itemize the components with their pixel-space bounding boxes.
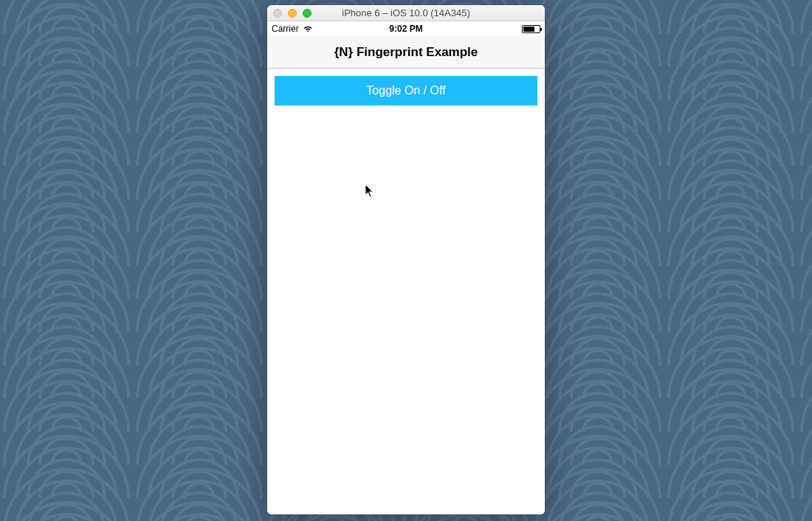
battery-icon xyxy=(522,25,540,33)
status-bar-left: Carrier xyxy=(272,24,313,34)
carrier-label: Carrier xyxy=(272,24,299,34)
device-screen: Carrier 9:02 PM {N} Fingerprint Example xyxy=(267,21,545,514)
content-area: Toggle On / Off xyxy=(267,69,545,514)
wifi-icon xyxy=(303,25,313,32)
battery-fill xyxy=(523,27,534,32)
navigation-bar: {N} Fingerprint Example xyxy=(267,36,545,69)
page-title: {N} Fingerprint Example xyxy=(334,45,478,60)
toggle-button[interactable]: Toggle On / Off xyxy=(275,76,537,106)
simulator-window: iPhone 6 – iOS 10.0 (14A345) Carrier 9:0… xyxy=(267,5,545,514)
window-titlebar[interactable]: iPhone 6 – iOS 10.0 (14A345) xyxy=(267,5,545,21)
traffic-lights xyxy=(267,9,312,18)
status-bar-right xyxy=(522,25,540,33)
window-zoom-button[interactable] xyxy=(303,9,312,18)
window-close-button[interactable] xyxy=(273,9,282,18)
window-minimize-button[interactable] xyxy=(288,9,297,18)
ios-status-bar: Carrier 9:02 PM xyxy=(267,21,545,36)
